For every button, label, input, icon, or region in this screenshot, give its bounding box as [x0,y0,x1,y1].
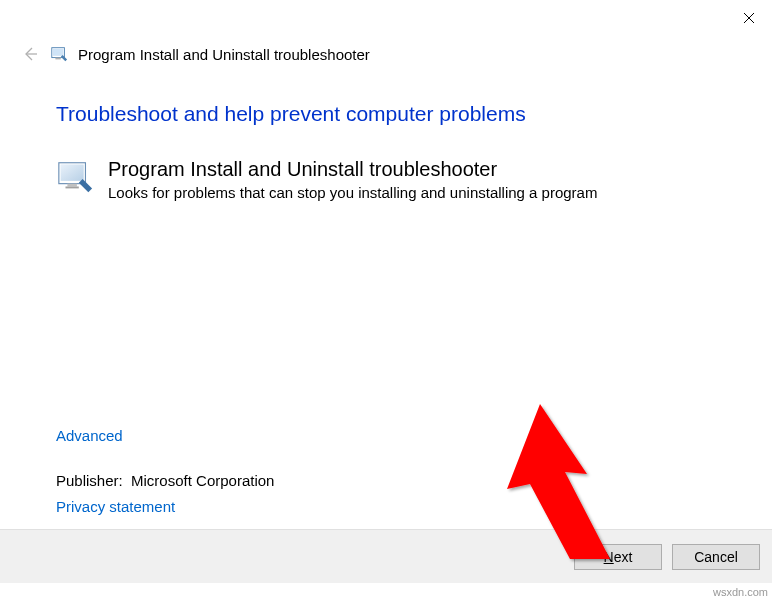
troubleshooter-small-icon [50,45,68,63]
publisher-info: Publisher: Microsoft Corporation [56,472,274,489]
svg-rect-6 [67,184,77,187]
wizard-title: Program Install and Uninstall troublesho… [78,46,370,63]
section-title: Program Install and Uninstall troublesho… [108,156,597,182]
back-arrow-icon [21,45,39,63]
wizard-button-bar: Next Cancel [0,529,772,583]
cancel-button[interactable]: Cancel [672,544,760,570]
privacy-statement-link[interactable]: Privacy statement [56,498,175,515]
back-button[interactable] [20,44,40,64]
troubleshooter-icon [56,158,94,196]
publisher-value: Microsoft Corporation [131,472,274,489]
svg-rect-7 [66,187,79,189]
page-heading: Troubleshoot and help prevent computer p… [56,102,716,126]
next-button[interactable]: Next [574,544,662,570]
svg-rect-5 [61,165,84,181]
watermark: wsxdn.com [713,586,768,598]
svg-rect-2 [55,58,60,60]
svg-rect-1 [53,49,64,56]
advanced-link[interactable]: Advanced [56,427,123,444]
troubleshooter-section: Program Install and Uninstall troublesho… [56,156,716,203]
publisher-label: Publisher: [56,472,123,489]
close-button[interactable] [726,0,772,36]
section-description: Looks for problems that can stop you ins… [108,182,597,203]
wizard-header: Program Install and Uninstall troublesho… [0,36,772,64]
close-icon [743,12,755,24]
